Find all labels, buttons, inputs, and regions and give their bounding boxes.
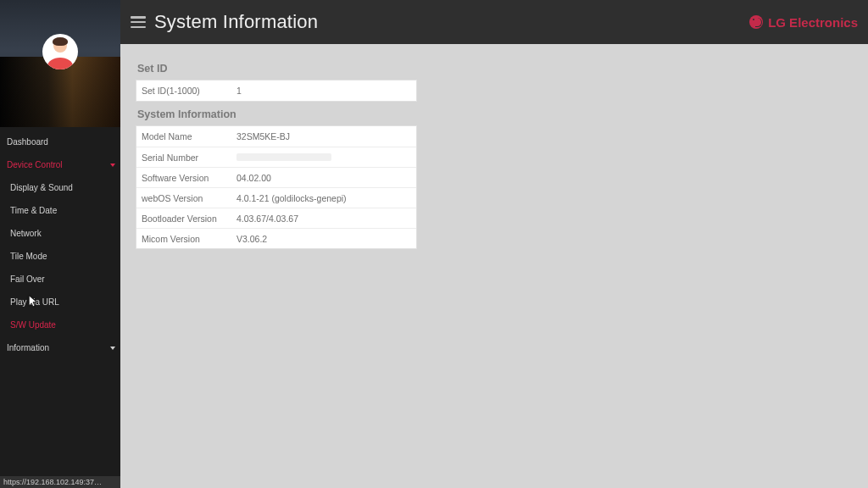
- row-key: Bootloader Version: [142, 214, 236, 224]
- avatar[interactable]: [42, 34, 78, 69]
- row-val: 4.0.1-21 (goldilocks-genepi): [236, 193, 411, 203]
- set-id-card: Set ID(1-1000) 1: [136, 80, 417, 102]
- sidebar-item-time-date[interactable]: Time & Date: [0, 199, 120, 222]
- sidebar-nav: Dashboard Device Control Display & Sound…: [0, 127, 120, 476]
- browser-statusbar: https://192.168.102.149:37…: [0, 476, 120, 488]
- header: System Information LG Electronics: [120, 0, 868, 44]
- sidebar-item-label: Dashboard: [7, 137, 48, 147]
- sidebar-item-play-via-url[interactable]: Play via URL: [0, 291, 120, 313]
- table-row: Serial Number: [136, 147, 416, 167]
- table-row: Model Name 32SM5KE-BJ: [136, 126, 416, 147]
- sidebar-item-label: Time & Date: [10, 206, 57, 215]
- row-val: 32SM5KE-BJ: [236, 131, 411, 141]
- hamburger-icon[interactable]: [131, 16, 146, 28]
- sidebar-item-label: Fail Over: [10, 274, 45, 284]
- sidebar-item-label: Network: [10, 229, 42, 238]
- sidebar-item-display-sound[interactable]: Display & Sound: [0, 176, 120, 199]
- sidebar-item-label: Information: [7, 343, 49, 352]
- row-val: 4.03.67/4.03.67: [236, 214, 411, 224]
- sidebar-item-label: Display & Sound: [10, 183, 73, 192]
- row-val: 04.02.00: [236, 173, 411, 183]
- row-key: webOS Version: [142, 193, 236, 203]
- sidebar-item-label: S/W Update: [10, 320, 56, 330]
- table-row: Bootloader Version 4.03.67/4.03.67: [136, 208, 416, 228]
- sidebar: Dashboard Device Control Display & Sound…: [0, 0, 120, 488]
- main: System Information LG Electronics Set ID…: [120, 0, 868, 488]
- row-key: Micom Version: [142, 234, 236, 244]
- table-row: webOS Version 4.0.1-21 (goldilocks-genep…: [136, 187, 416, 208]
- set-id-label: Set ID(1-1000): [142, 86, 236, 96]
- content: Set ID Set ID(1-1000) 1 System Informati…: [120, 44, 868, 261]
- statusbar-text: https://192.168.102.149:37…: [3, 478, 102, 486]
- sidebar-item-label: Tile Mode: [10, 252, 47, 261]
- row-key: Model Name: [142, 131, 236, 141]
- brand-text: LG Electronics: [768, 15, 858, 30]
- sidebar-item-network[interactable]: Network: [0, 222, 120, 245]
- lg-logo-icon: [749, 15, 763, 29]
- set-id-row: Set ID(1-1000) 1: [136, 80, 416, 101]
- table-row: Micom Version V3.06.2: [136, 228, 416, 248]
- sidebar-item-sw-update[interactable]: S/W Update: [0, 313, 120, 336]
- row-val: [236, 152, 411, 163]
- brand-logo: LG Electronics: [749, 15, 858, 30]
- set-id-value[interactable]: 1: [236, 86, 411, 96]
- profile-banner: [0, 0, 120, 127]
- sidebar-item-fail-over[interactable]: Fail Over: [0, 268, 120, 291]
- system-info-card: Model Name 32SM5KE-BJ Serial Number Soft…: [136, 125, 417, 249]
- mouse-cursor-icon: [27, 294, 39, 309]
- redacted-serial: [236, 153, 331, 161]
- section-title-set-id: Set ID: [137, 63, 851, 75]
- table-row: Software Version 04.02.00: [136, 167, 416, 187]
- row-key: Software Version: [142, 173, 236, 183]
- sidebar-item-device-control[interactable]: Device Control: [0, 153, 120, 176]
- row-key: Serial Number: [142, 152, 236, 163]
- page-title: System Information: [154, 11, 318, 33]
- sidebar-item-information[interactable]: Information: [0, 336, 120, 359]
- sidebar-item-dashboard[interactable]: Dashboard: [0, 130, 120, 153]
- sidebar-item-tile-mode[interactable]: Tile Mode: [0, 245, 120, 268]
- sidebar-item-label: Device Control: [7, 160, 63, 169]
- row-val: V3.06.2: [236, 234, 411, 244]
- section-title-system-info: System Information: [137, 108, 851, 120]
